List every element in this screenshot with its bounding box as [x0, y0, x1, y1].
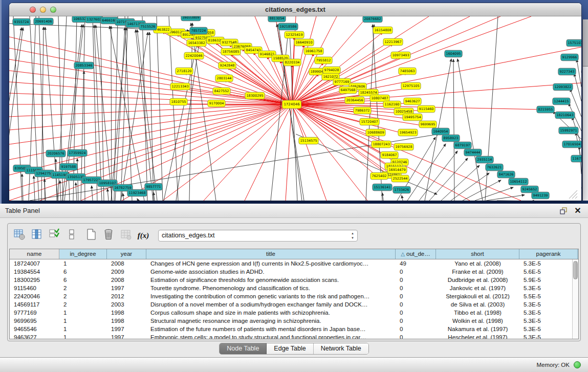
- svg-text:7485063: 7485063: [400, 69, 415, 73]
- resize-grip-icon[interactable]: [575, 196, 577, 199]
- table-row[interactable]: 1830029562008Estimation of significance …: [10, 276, 578, 284]
- cell-short: Nakamura et al. (1997): [436, 325, 519, 333]
- table-row[interactable]: 911546021997Tourette syndrome. Phenomeno…: [10, 284, 578, 292]
- network-canvas[interactable]: 8960123891295518226058932750316543382818…: [9, 16, 581, 201]
- cell-short: Jankovic et al. (1997): [436, 284, 519, 292]
- svg-text:7857224: 7857224: [191, 29, 206, 33]
- tab-network-table[interactable]: Network Table: [314, 343, 368, 354]
- cell-name: 9115460: [10, 284, 59, 292]
- svg-text:9699695: 9699695: [421, 122, 435, 126]
- memory-ok-led-icon[interactable]: [574, 361, 581, 368]
- column-checks-icon: [48, 228, 60, 243]
- new-column-button[interactable]: [83, 228, 99, 243]
- svg-text:6879197: 6879197: [455, 143, 470, 147]
- network-window-titlebar[interactable]: citations_edges.txt: [9, 3, 581, 16]
- svg-text:10688609: 10688609: [367, 130, 384, 135]
- table-row[interactable]: 2242004622012Investigating the contribut…: [10, 292, 578, 300]
- table-mode-button[interactable]: [12, 228, 27, 243]
- cell-title: Corpus callosum shape and size in male p…: [146, 309, 396, 317]
- column-header-short[interactable]: short: [436, 249, 519, 259]
- svg-text:6466160: 6466160: [102, 18, 117, 23]
- table-row[interactable]: 1456911722003Disruption of a novel membe…: [10, 300, 578, 309]
- svg-text:15136141: 15136141: [374, 185, 390, 189]
- svg-text:12213343: 12213343: [171, 84, 188, 89]
- float-panel-icon[interactable]: [558, 206, 569, 216]
- table-row[interactable]: 946362711997Embryonic stem cells: a mode…: [10, 333, 578, 339]
- svg-text:1327602: 1327602: [87, 17, 102, 21]
- close-icon[interactable]: ✕: [573, 206, 583, 216]
- svg-text:7986372: 7986372: [355, 108, 370, 113]
- table-row[interactable]: 946554611997Estimation of the future num…: [10, 325, 578, 333]
- table-row[interactable]: 977716911998Corpus callosum shape and si…: [10, 309, 578, 317]
- merge-rows-icon: [66, 228, 78, 243]
- cell-name: 9463627: [10, 333, 59, 339]
- column-header-year[interactable]: year: [107, 249, 146, 259]
- table-toolbar: f(x) citations_edges.txt ▲▼: [8, 224, 580, 247]
- cell-title: Disruption of a novel member of a sodium…: [146, 300, 396, 309]
- svg-text:2935114: 2935114: [477, 158, 492, 162]
- table-mode-icon: [13, 228, 26, 243]
- table-panel: Table Panel ✕ f(x) citations_edges.txt ▲…: [0, 204, 588, 372]
- svg-text:1640954: 1640954: [433, 129, 448, 134]
- svg-text:16033809: 16033809: [182, 16, 199, 19]
- column-header-name[interactable]: name: [10, 249, 59, 259]
- cell-name: 9465546: [10, 325, 59, 333]
- cell-in_degree: 1: [59, 317, 107, 325]
- cell-title: Estimation of the future numbers of pati…: [146, 325, 396, 333]
- cell-in_degree: 2: [59, 284, 107, 292]
- svg-text:18756085: 18756085: [222, 50, 239, 54]
- cell-pagerank: 5.3E-5: [519, 259, 578, 268]
- tab-node-table[interactable]: Node Table: [220, 343, 267, 354]
- svg-text:19218586: 19218586: [279, 25, 296, 29]
- column-header-out_de[interactable]: △out_de…: [396, 249, 436, 259]
- function-builder-button[interactable]: f(x): [136, 228, 151, 243]
- column-header-in_degree[interactable]: in_degree: [59, 249, 107, 259]
- cell-year: 1998: [107, 317, 146, 325]
- cell-short: Franke et al. (2009): [436, 268, 519, 276]
- svg-text:15720407: 15720407: [361, 120, 378, 124]
- cell-pagerank: 5.3E-5: [519, 300, 578, 309]
- cell-year: 1997: [107, 325, 146, 333]
- cell-title: Investigating the contribution of common…: [146, 292, 396, 300]
- table-scrollbar[interactable]: [572, 259, 578, 339]
- merge-rows-button[interactable]: [64, 228, 79, 243]
- cell-title: Embryonic stem cells: a model to study s…: [146, 333, 396, 339]
- table-row[interactable]: 1872400712008Changes of HCN gene express…: [10, 259, 578, 268]
- cell-in_degree: 2: [59, 300, 107, 309]
- table-scrollbar-thumb[interactable]: [573, 261, 578, 279]
- show-columns-button[interactable]: [29, 228, 45, 243]
- svg-text:12942757: 12942757: [36, 171, 53, 176]
- table-select-dropdown[interactable]: citations_edges.txt ▲▼: [158, 230, 358, 242]
- network-window-title: citations_edges.txt: [9, 6, 581, 13]
- delete-column-button[interactable]: [101, 228, 116, 243]
- table-tabs: Node TableEdge TableNetwork Table: [0, 343, 588, 355]
- table-row[interactable]: 969969511998Structural magnetic resonanc…: [10, 317, 578, 325]
- import-table-button[interactable]: [118, 228, 134, 243]
- svg-text:15134575: 15134575: [300, 139, 317, 143]
- background-window-edge[interactable]: [582, 19, 588, 201]
- table-row[interactable]: 1938455462009Genome-wide association stu…: [10, 268, 578, 276]
- svg-text:8220334: 8220334: [285, 60, 300, 64]
- svg-text:6497568: 6497568: [341, 88, 356, 92]
- cell-title: Changes of HCN gene expression and I(f) …: [146, 259, 396, 268]
- svg-text:1167533: 1167533: [573, 157, 581, 161]
- column-header-pagerank[interactable]: pagerank: [519, 249, 578, 259]
- column-checks-button[interactable]: [47, 228, 62, 243]
- svg-text:19654923: 19654923: [399, 130, 416, 135]
- cell-out_de: 0: [396, 284, 436, 292]
- tab-edge-table[interactable]: Edge Table: [267, 343, 313, 354]
- cell-year: 1997: [107, 333, 146, 339]
- svg-text:9777169: 9777169: [335, 80, 350, 84]
- cell-title: Estimation of significance thresholds fo…: [146, 276, 396, 284]
- network-view-window[interactable]: citations_edges.txt 89601238912955182260…: [9, 3, 581, 201]
- column-header-title[interactable]: title: [146, 249, 396, 259]
- cell-year: 2003: [107, 300, 146, 309]
- function-builder-icon: f(x): [138, 231, 149, 240]
- resize-grip-icon[interactable]: [572, 193, 577, 199]
- svg-text:1604095: 1604095: [446, 52, 461, 56]
- svg-text:20853346: 20853346: [75, 63, 92, 68]
- svg-text:1733426: 1733426: [395, 188, 409, 192]
- cell-pagerank: 5.3E-5: [519, 333, 578, 339]
- svg-text:9227343: 9227343: [560, 70, 575, 74]
- cell-in_degree: 2: [59, 292, 107, 300]
